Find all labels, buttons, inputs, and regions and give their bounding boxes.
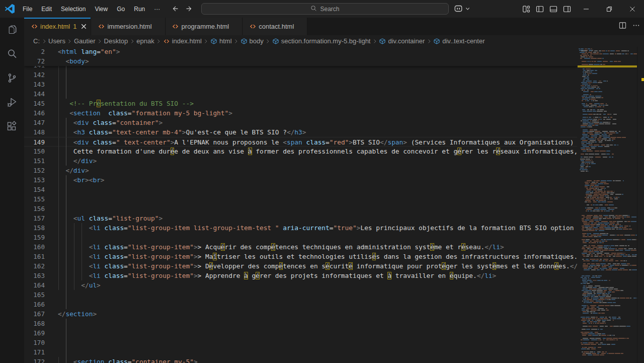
code-text: <li class="list-group-item">> Maîtriser … xyxy=(58,252,577,261)
sticky-scroll: 2<html lang="en">72 <body> xyxy=(24,47,577,66)
breadcrumb-label: html xyxy=(219,37,232,45)
code-text: <div class="container"> xyxy=(58,118,163,127)
line-number: 167 xyxy=(24,309,45,319)
line-number: 154 xyxy=(24,185,45,194)
breadcrumb-item[interactable]: html xyxy=(210,37,232,45)
breadcrumb-label: Users xyxy=(48,37,65,45)
breadcrumb-label: body xyxy=(250,37,264,45)
line-number: 172 xyxy=(24,357,45,363)
editor[interactable]: 141142143144145 <!-- Présentation du BTS… xyxy=(24,47,577,363)
code-line-162: 162 <li class="list-group-item">> Dévelo… xyxy=(24,261,577,271)
restore-button[interactable] xyxy=(598,0,621,18)
vscode-window: FileEditSelectionViewGoRun··· Search xyxy=(0,0,644,363)
menu-edit[interactable]: Edit xyxy=(37,4,56,15)
code-line-153: 153 <br><br> xyxy=(24,175,577,185)
menu-selection[interactable]: Selection xyxy=(56,4,90,15)
code-line-168: 168 xyxy=(24,319,577,328)
breadcrumb-label: epnak xyxy=(136,37,154,45)
code-line-157: 157 <ul class="list-group"> xyxy=(24,213,577,223)
vscode-logo-icon xyxy=(5,4,15,14)
breadcrumb-item[interactable]: Gautier xyxy=(74,37,96,45)
code-line-166: 166 xyxy=(24,300,577,309)
breadcrumb-item[interactable]: div..text-center xyxy=(433,37,485,45)
activity-extensions-icon[interactable] xyxy=(0,114,24,138)
indent-guide xyxy=(58,80,59,89)
minimap-warning-band xyxy=(578,65,637,67)
indent-guide xyxy=(74,233,74,242)
code-text: <body> xyxy=(58,56,89,66)
symbol-element-icon xyxy=(240,38,248,45)
code-text: <li class="list-group-item list-group-it… xyxy=(58,223,574,233)
more-actions-icon[interactable] xyxy=(632,22,640,31)
breadcrumb-item[interactable]: Users xyxy=(48,37,65,45)
chevron-right-icon xyxy=(97,39,102,44)
line-number: 150 xyxy=(24,147,45,156)
minimize-button[interactable] xyxy=(575,0,598,18)
html-icon xyxy=(163,38,170,45)
menu-run[interactable]: Run xyxy=(129,4,149,15)
breadcrumb-label: C: xyxy=(33,37,40,45)
copilot-icon xyxy=(453,4,463,14)
tab-contact.html[interactable]: contact.html xyxy=(243,18,307,35)
breadcrumb-item[interactable]: epnak xyxy=(136,37,154,45)
indent-guide xyxy=(58,204,59,213)
menu-view[interactable]: View xyxy=(90,4,112,15)
code-line-156: 156 xyxy=(24,204,577,213)
tab-label: contact.html xyxy=(259,23,294,30)
breadcrumb-item[interactable]: body xyxy=(240,37,264,45)
go-forward-icon[interactable] xyxy=(185,5,193,13)
toggle-panel-icon[interactable] xyxy=(549,5,557,13)
line-number: 147 xyxy=(24,118,45,127)
line-number: 157 xyxy=(24,213,45,223)
code-text: <li class="list-group-item">> Apprendre … xyxy=(58,271,496,280)
minimap[interactable] xyxy=(578,47,637,363)
breadcrumb-label: div.container xyxy=(388,37,425,45)
activity-explorer-icon[interactable] xyxy=(0,18,24,42)
breadcrumb-label: Gautier xyxy=(74,37,96,45)
line-number: 165 xyxy=(24,290,45,300)
code-line-170: 170 xyxy=(24,338,577,347)
customize-layout-icon[interactable] xyxy=(522,5,530,13)
sticky-line-2: 2<html lang="en"> xyxy=(24,47,577,56)
close-button[interactable] xyxy=(621,0,644,18)
indent-guide xyxy=(82,233,82,242)
code-line-172: 172 <section class="container my-5"> xyxy=(24,357,577,363)
line-number: 155 xyxy=(24,194,45,204)
line-number: 153 xyxy=(24,175,45,185)
code-line-165: 165 xyxy=(24,290,577,300)
activity-source-control-icon[interactable] xyxy=(0,66,24,90)
line-number: 164 xyxy=(24,280,45,290)
menu-more[interactable]: ··· xyxy=(149,4,165,15)
breadcrumb-item[interactable]: index.html xyxy=(163,37,202,45)
copilot-button[interactable] xyxy=(453,4,470,14)
breadcrumb-label: section.formation.my-5.bg-light xyxy=(281,37,371,45)
split-editor-icon[interactable] xyxy=(619,22,626,31)
tab-immersion.html[interactable]: immersion.html xyxy=(91,18,165,35)
line-number: 152 xyxy=(24,166,45,175)
search-input[interactable]: Search xyxy=(201,3,449,15)
activity-search-icon[interactable] xyxy=(0,42,24,66)
breadcrumb-item[interactable]: section.formation.my-5.bg-light xyxy=(272,37,371,45)
indent-guide xyxy=(66,328,66,338)
activity-run-debug-icon[interactable] xyxy=(0,90,24,114)
line-number: 171 xyxy=(24,347,45,357)
line-number: 148 xyxy=(24,127,45,137)
breadcrumb-item[interactable]: Desktop xyxy=(104,37,128,45)
code-line-150: 150 Cette formation d'une durée de deux … xyxy=(24,147,577,156)
code-line-143: 143 xyxy=(24,80,577,89)
tab-close-icon[interactable] xyxy=(78,22,89,32)
menu-file[interactable]: File xyxy=(18,4,37,15)
indent-guide xyxy=(66,338,66,347)
breadcrumb-item[interactable]: div.container xyxy=(379,37,425,45)
toggle-sidebar-icon[interactable] xyxy=(536,5,544,13)
menu-go[interactable]: Go xyxy=(112,4,129,15)
tab-label: programme.html xyxy=(182,23,229,30)
code-text: </ul> xyxy=(58,280,101,290)
go-back-icon[interactable] xyxy=(172,5,179,13)
breadcrumb-item[interactable]: C: xyxy=(33,37,40,45)
code-text: <br><br> xyxy=(58,175,105,185)
tab-index.html[interactable]: index.html1 xyxy=(24,18,91,35)
symbol-element-icon xyxy=(272,38,279,45)
toggle-secondary-sidebar-icon[interactable] xyxy=(563,5,571,13)
tab-programme.html[interactable]: programme.html xyxy=(166,18,243,35)
